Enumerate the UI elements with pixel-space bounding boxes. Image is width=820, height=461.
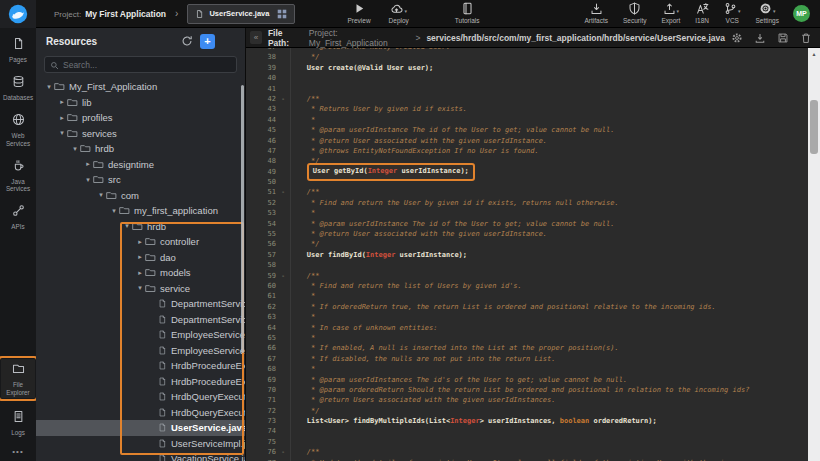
tree-item-dao[interactable]: ▸dao [36,250,245,266]
code-line-62[interactable]: 62 * If orderedReturn true, the return L… [246,302,808,312]
tree-item-hrdbqueryexecutorservice-java[interactable]: HrdbQueryExecutorService.java [36,389,245,405]
user-avatar[interactable]: MP [793,5,810,22]
tree-item-controller[interactable]: ▸controller [36,234,245,250]
artifacts-button[interactable]: Artifacts [584,3,607,24]
sidebar-item-more[interactable]: ••• [1,447,35,456]
tree-item-hrdb[interactable]: ▾hrdb [36,141,245,157]
sidebar-item-pages[interactable]: Pages [1,36,35,63]
caret-right-icon[interactable]: ▸ [135,269,145,277]
code-line-52[interactable]: 52 * Find and return the User by given i… [246,198,808,208]
tree-item-designtime[interactable]: ▸designtime [36,157,245,173]
project-switcher[interactable]: Project: My First Application [54,9,166,19]
caret-right-icon[interactable]: ▸ [57,98,67,106]
caret-down-icon[interactable]: ▾ [109,207,119,215]
sidebar-item-databases[interactable]: Databases [1,74,35,101]
code-line-41[interactable]: 41 [246,84,808,94]
tutorials-button[interactable]: Tutorials [455,3,480,24]
tree-item-departmentserviceimpl-java[interactable]: DepartmentServiceImpl.java [36,312,245,328]
tree-scrollbar-thumb[interactable] [241,85,244,353]
tree-item-com[interactable]: ▾com [36,188,245,204]
caret-down-icon[interactable]: ▾ [122,222,132,230]
i18n-button[interactable]: I18N [695,3,709,24]
code-line-70[interactable]: 70 * @param orderedReturn Should the ret… [246,385,808,395]
code-line-51[interactable]: 51- /** [246,187,808,197]
tree-item-employeeservice-java[interactable]: EmployeeService.java [36,327,245,343]
tree-item-models[interactable]: ▸models [36,265,245,281]
collapse-panel-button[interactable]: « [250,31,262,44]
code-line-46[interactable]: 46 * @return User associated with the gi… [246,136,808,146]
deploy-button[interactable]: ▾Deploy [389,3,409,24]
caret-down-icon[interactable]: ▾ [70,145,80,153]
code-line-57[interactable]: 57 User findById(Integer userIdInstance)… [246,250,808,260]
code-line-75[interactable]: 75 [246,437,808,447]
code-line-67[interactable]: 67 * If disabled, the nulls are not put … [246,354,808,364]
preview-button[interactable]: Preview [347,3,370,24]
code-line-42[interactable]: 42- /** [246,94,808,104]
tree-item-hrdb[interactable]: ▾hrdb [36,219,245,235]
code-line-54[interactable]: 54 * @param userIdInstance The id of the… [246,219,808,229]
sidebar-item-apis[interactable]: APIs [1,203,35,230]
security-button[interactable]: Security [623,3,646,24]
export-button[interactable]: ▾Export [661,3,680,24]
code-line-74[interactable]: 74 [246,426,808,436]
code-line-59[interactable]: 59- /** [246,271,808,281]
code-line-66[interactable]: 66 * If enabled, A null is inserted into… [246,343,808,353]
delete-file-button[interactable] [800,32,812,44]
tree-item-lib[interactable]: ▸lib [36,95,245,111]
caret-down-icon[interactable]: ▾ [135,284,145,292]
sidebar-item-logs[interactable]: Logs [1,409,35,436]
code-line-47[interactable]: 47 * @throws EntityNotFoundException If … [246,146,808,156]
code-line-64[interactable]: 64 * In case of unknown entities: [246,323,808,333]
code-line-45[interactable]: 45 * @param userIdInstance The id of the… [246,125,808,135]
grid-icon[interactable] [277,9,287,19]
caret-right-icon[interactable]: ▸ [83,160,93,168]
search-input[interactable] [63,60,231,70]
code-line-68[interactable]: 68 * [246,364,808,374]
tree-item-hrdbprocedureexecutorservice-java[interactable]: HrdbProcedureExecutorService.java [36,358,245,374]
tree-item-service[interactable]: ▾service [36,281,245,297]
code-line-55[interactable]: 55 * @return User associated with the gi… [246,229,808,239]
editor-scrollbar-thumb[interactable] [810,100,818,154]
code-line-49[interactable]: 49 User getById(Integer userIdInstance); [246,167,808,177]
code-line-73[interactable]: 73 List<User> findByMultipleIds(List<Int… [246,416,808,426]
fold-marker-icon[interactable]: - [276,94,290,104]
tree-item-services[interactable]: ▾services [36,126,245,142]
code-line-61[interactable]: 61 * [246,291,808,301]
sidebar-item-file-explorer[interactable]: File Explorer [1,359,35,397]
tree-item-departmentservice-java[interactable]: DepartmentService.java [36,296,245,312]
code-line-65[interactable]: 65 * [246,333,808,343]
caret-down-icon[interactable]: ▾ [57,129,67,137]
code-line-43[interactable]: 43 * Returns User by given id if exists. [246,104,808,114]
code-line-38[interactable]: 38 */ [246,52,808,62]
sidebar-item-web-services[interactable]: Web Services [1,112,35,146]
code-line-76[interactable]: 76- /** [246,447,808,457]
tree-item-userservice-java[interactable]: UserService.java [36,420,245,436]
code-line-44[interactable]: 44 * [246,115,808,125]
tree-item-profiles[interactable]: ▸profiles [36,110,245,126]
code-line-60[interactable]: 60 * Find and return the list of Users b… [246,281,808,291]
tab-userservice-java[interactable]: UserService.java [187,4,295,24]
fold-marker-icon[interactable]: - [276,447,290,457]
code-area[interactable]: 37 * @return the newly created User.38 *… [246,48,808,461]
tree-item-employeeserviceimpl-java[interactable]: EmployeeServiceImpl.java [36,343,245,359]
tree-item-my-first-application[interactable]: ▾my_first_application [36,203,245,219]
code-line-72[interactable]: 72 */ [246,406,808,416]
caret-right-icon[interactable]: ▸ [57,114,67,122]
tree-item-vacationservice-java[interactable]: VacationService.java [36,451,245,461]
sidebar-item-java-services[interactable]: Java Services [1,158,35,192]
code-line-56[interactable]: 56 */ [246,239,808,249]
caret-down-icon[interactable]: ▾ [83,176,93,184]
refresh-button[interactable] [181,35,193,47]
editor-settings-button[interactable] [731,32,743,44]
code-line-69[interactable]: 69 * @param userIdInstances The id's of … [246,375,808,385]
code-line-39[interactable]: 39 User create(@Valid User user); [246,63,808,73]
scroll-up-icon[interactable]: ▲ [808,48,820,57]
code-line-58[interactable]: 58 [246,260,808,270]
fold-marker-icon[interactable]: - [276,187,290,197]
app-logo-icon[interactable] [0,0,36,28]
caret-right-icon[interactable]: ▸ [135,253,145,261]
fold-marker-icon[interactable]: - [276,271,290,281]
save-file-button[interactable] [777,32,789,44]
caret-right-icon[interactable]: ▸ [135,238,145,246]
caret-down-icon[interactable]: ▾ [96,191,106,199]
